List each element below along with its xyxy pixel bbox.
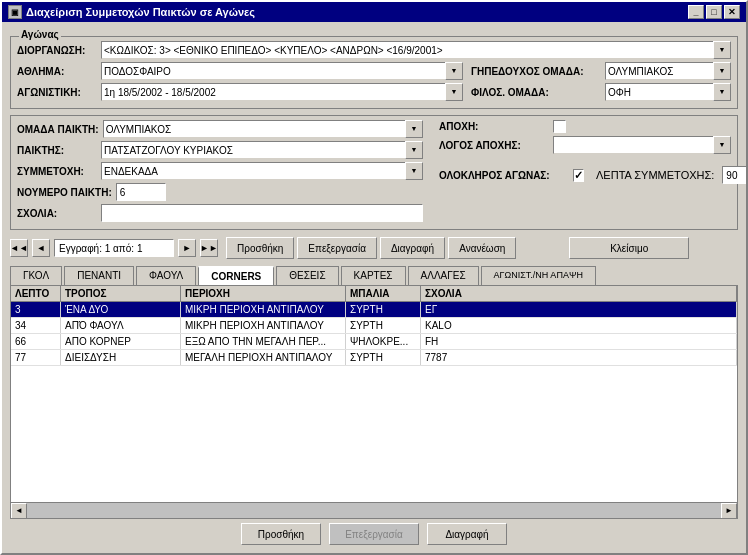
th-perioxi: ΠΕΡΙΟΧΗ	[181, 286, 346, 301]
nav-section: ◄◄ ◄ Εγγραφή: 1 από: 1 ► ►► Προσθήκη Επε…	[10, 234, 516, 262]
omada-paiktis-select[interactable]: ΟΛΥΜΠΙΑΚΟΣ	[103, 120, 423, 138]
last-record-button[interactable]: ►►	[200, 239, 218, 257]
td-sxolia: 7787	[421, 350, 737, 365]
td-mpalia: ΣΥΡΤΗ	[346, 350, 421, 365]
tab-corners[interactable]: CORNERS	[198, 266, 274, 285]
table-header: ΛΕΠΤΟ ΤΡΟΠΟΣ ΠΕΡΙΟΧΗ ΜΠΑΛΙΑ ΣΧΟΛΙΑ	[11, 286, 737, 302]
noumero-input[interactable]	[116, 183, 166, 201]
bottom-delete-button[interactable]: Διαγραφή	[427, 523, 507, 545]
omada-paiktis-select-input[interactable]: ΟΛΥΜΠΙΑΚΟΣ	[103, 120, 423, 138]
title-buttons: _ □ ✕	[688, 5, 740, 19]
td-tropos: ΈΝΑ ΔΥΟ	[61, 302, 181, 317]
logos-apoxis-label: ΛΟΓΟΣ ΑΠΟΧΗΣ:	[439, 140, 549, 151]
table-row[interactable]: 77 ΔΙΕΙΣΔΥΣΗ ΜΕΓΑΛΗ ΠΕΡΙΟΧΗ ΑΝΤΙΠΑΛΟΥ ΣΥ…	[11, 350, 737, 366]
table-row[interactable]: 34 ΑΠΌ ΦΑΟΥΛ ΜΙΚΡΗ ΠΕΡΙΟΧΗ ΑΝΤΙΠΑΛΟΥ ΣΥΡ…	[11, 318, 737, 334]
paikths-select-input[interactable]: ΠΑΤΣΑΤΖΟΓΛΟΥ ΚΥΡΙΑΚΟΣ	[101, 141, 423, 159]
td-sxolia: ΕΓ	[421, 302, 737, 317]
tab-faoul[interactable]: ΦΑΟΥΛ	[136, 266, 196, 285]
window-title: Διαχείριση Συμμετοχών Παικτών σε Αγώνες	[26, 6, 255, 18]
horizontal-scrollbar[interactable]: ◄ ►	[11, 502, 737, 518]
logos-apoxis-select-input[interactable]	[553, 136, 731, 154]
window-icon: ▣	[8, 5, 22, 19]
close-main-button[interactable]: Κλείσιμο	[569, 237, 689, 259]
scroll-left-button[interactable]: ◄	[11, 503, 27, 519]
first-record-button[interactable]: ◄◄	[10, 239, 28, 257]
tab-agonistiki[interactable]: ΑΓΩΝΙΣΤ./ΝΗ ΑΠΑΨΗ	[481, 266, 596, 285]
agonistiki-label: ΑΓΩΝΙΣΤΙΚΗ:	[17, 87, 97, 98]
add-record-button[interactable]: Προσθήκη	[226, 237, 294, 259]
tab-gkol[interactable]: ΓΚΟΛ	[10, 266, 62, 285]
minimize-button[interactable]: _	[688, 5, 704, 19]
apoxi-label: ΑΠΟΧΗ:	[439, 121, 549, 132]
filos-select-input[interactable]: ΟΦΗ	[605, 83, 731, 101]
td-tropos: ΑΠΌ ΦΑΟΥΛ	[61, 318, 181, 333]
paikths-select[interactable]: ΠΑΤΣΑΤΖΟΓΛΟΥ ΚΥΡΙΑΚΟΣ	[101, 141, 423, 159]
bottom-add-button[interactable]: Προσθήκη	[241, 523, 321, 545]
td-tropos: ΔΙΕΙΣΔΥΣΗ	[61, 350, 181, 365]
filos-row: ΦΙΛΟΣ. ΟΜΑΔΑ: ΟΦΗ	[471, 83, 731, 101]
gipedouchos-select-input[interactable]: ΟΛΥΜΠΙΑΚΟΣ	[605, 62, 731, 80]
td-perioxi: ΕΞΩ ΑΠΟ ΤΗΝ ΜΕΓΑΛΗ ΠΕΡ...	[181, 334, 346, 349]
diorganosi-select-input[interactable]: <ΚΩΔΙΚΟΣ: 3> <ΕΘΝΙΚΟ ΕΠΙΠΕΔΟ> <ΚΥΠΕΛΟ> <…	[101, 41, 731, 59]
nav-actions-row: ◄◄ ◄ Εγγραφή: 1 από: 1 ► ►► Προσθήκη Επε…	[10, 234, 738, 262]
td-lepto: 66	[11, 334, 61, 349]
title-bar-left: ▣ Διαχείριση Συμμετοχών Παικτών σε Αγώνε…	[8, 5, 255, 19]
agonistiki-select[interactable]: 1η 18/5/2002 - 18/5/2002	[101, 83, 463, 101]
tab-kartes[interactable]: ΚΑΡΤΕΣ	[341, 266, 406, 285]
symmetoxi-select[interactable]: ΕΝΔΕΚΑΔΑ	[101, 162, 423, 180]
agonistiki-select-input[interactable]: 1η 18/5/2002 - 18/5/2002	[101, 83, 463, 101]
agones-group: Αγώνας ΔΙΟΡΓΑΝΩΣΗ: <ΚΩΔΙΚΟΣ: 3> <ΕΘΝΙΚΟ …	[10, 36, 738, 109]
noumero-row: ΝΟΥΜΕΡΟ ΠΑΙΚΤΗ:	[17, 183, 423, 201]
athlima-label: ΑΘΛΗΜΑ:	[17, 66, 97, 77]
diorganosi-select[interactable]: <ΚΩΔΙΚΟΣ: 3> <ΕΘΝΙΚΟ ΕΠΙΠΕΔΟ> <ΚΥΠΕΛΟ> <…	[101, 41, 731, 59]
diorganosi-label: ΔΙΟΡΓΑΝΩΣΗ:	[17, 45, 97, 56]
apoxi-row: ΑΠΟΧΗ:	[439, 120, 731, 133]
agonistiki-row: ΑΓΩΝΙΣΤΙΚΗ: 1η 18/5/2002 - 18/5/2002	[17, 83, 463, 101]
td-perioxi: ΜΕΓΑΛΗ ΠΕΡΙΟΧΗ ΑΝΤΙΠΑΛΟΥ	[181, 350, 346, 365]
close-button[interactable]: ✕	[724, 5, 740, 19]
symmetoxi-select-input[interactable]: ΕΝΔΕΚΑΔΑ	[101, 162, 423, 180]
paikths-two-col: ΟΜΑΔΑ ΠΑΙΚΤΗ: ΟΛΥΜΠΙΑΚΟΣ ΠΑΙΚΤΗΣ: ΠΑΤΣΑΤ…	[17, 120, 731, 225]
content-area: Αγώνας ΔΙΟΡΓΑΝΩΣΗ: <ΚΩΔΙΚΟΣ: 3> <ΕΘΝΙΚΟ …	[2, 22, 746, 553]
tab-theseis[interactable]: ΘΕΣΕΙΣ	[276, 266, 338, 285]
tabs-row: ΓΚΟΛ ΠΕΝΑΝΤΙ ΦΑΟΥΛ CORNERS ΘΕΣΕΙΣ ΚΑΡΤΕΣ…	[10, 266, 738, 285]
omada-paiktis-row: ΟΜΑΔΑ ΠΑΙΚΤΗ: ΟΛΥΜΠΙΑΚΟΣ	[17, 120, 423, 138]
oloklipos-label: ΟΛΟΚΛΗΡΟΣ ΑΓΩΝΑΣ:	[439, 170, 569, 181]
col-right: ΓΗΠΕΔΟΥΧΟΣ ΟΜΑΔΑ: ΟΛΥΜΠΙΑΚΟΣ ΦΙΛΟΣ. ΟΜΑΔ…	[471, 62, 731, 104]
bottom-edit-button[interactable]: Επεξεργασία	[329, 523, 419, 545]
filos-label: ΦΙΛΟΣ. ΟΜΑΔΑ:	[471, 87, 601, 98]
scroll-track[interactable]	[27, 503, 721, 518]
tab-section: ΓΚΟΛ ΠΕΝΑΝΤΙ ΦΑΟΥΛ CORNERS ΘΕΣΕΙΣ ΚΑΡΤΕΣ…	[10, 266, 738, 547]
symmetoxi-label: ΣΥΜΜΕΤΟΧΗ:	[17, 166, 97, 177]
tab-content: ΛΕΠΤΟ ΤΡΟΠΟΣ ΠΕΡΙΟΧΗ ΜΠΑΛΙΑ ΣΧΟΛΙΑ 3 ΈΝΑ…	[10, 285, 738, 519]
athlima-row: ΑΘΛΗΜΑ: ΠΟΔΟΣΦΑΙΡΟ	[17, 62, 463, 80]
scroll-right-button[interactable]: ►	[721, 503, 737, 519]
bottom-buttons-row: Προσθήκη Επεξεργασία Διαγραφή	[10, 519, 738, 547]
gipedouchos-select[interactable]: ΟΛΥΜΠΙΑΚΟΣ	[605, 62, 731, 80]
gipedouchos-row: ΓΗΠΕΔΟΥΧΟΣ ΟΜΑΔΑ: ΟΛΥΜΠΙΑΚΟΣ	[471, 62, 731, 80]
table-row[interactable]: 66 ΑΠΟ ΚΟΡΝΕΡ ΕΞΩ ΑΠΟ ΤΗΝ ΜΕΓΑΛΗ ΠΕΡ... …	[11, 334, 737, 350]
maximize-button[interactable]: □	[706, 5, 722, 19]
sxolia-row: ΣΧΟΛΙΑ:	[17, 204, 423, 222]
td-lepto: 77	[11, 350, 61, 365]
lepta-label: ΛΕΠΤΑ ΣΥΜΜΕΤΟΧΗΣ:	[596, 169, 714, 181]
lepta-input[interactable]	[722, 166, 746, 184]
refresh-record-button[interactable]: Ανανέωση	[448, 237, 516, 259]
edit-record-button[interactable]: Επεξεργασία	[297, 237, 377, 259]
apoxi-checkbox[interactable]	[553, 120, 566, 133]
filos-select[interactable]: ΟΦΗ	[605, 83, 731, 101]
td-tropos: ΑΠΟ ΚΟΡΝΕΡ	[61, 334, 181, 349]
delete-record-button[interactable]: Διαγραφή	[380, 237, 445, 259]
tab-allayes[interactable]: ΑΛΛΑΓΕΣ	[408, 266, 479, 285]
td-sxolia: KALO	[421, 318, 737, 333]
table-row[interactable]: 3 ΈΝΑ ΔΥΟ ΜΙΚΡΗ ΠΕΡΙΟΧΗ ΑΝΤΙΠΑΛΟΥ ΣΥΡΤΗ …	[11, 302, 737, 318]
athlima-select[interactable]: ΠΟΔΟΣΦΑΙΡΟ	[101, 62, 463, 80]
next-record-button[interactable]: ►	[178, 239, 196, 257]
athlima-select-input[interactable]: ΠΟΔΟΣΦΑΙΡΟ	[101, 62, 463, 80]
tab-penalty[interactable]: ΠΕΝΑΝΤΙ	[64, 266, 134, 285]
sxolia-input[interactable]	[101, 204, 423, 222]
prev-record-button[interactable]: ◄	[32, 239, 50, 257]
main-window: ▣ Διαχείριση Συμμετοχών Παικτών σε Αγώνε…	[0, 0, 748, 555]
logos-apoxis-select[interactable]	[553, 136, 731, 154]
oloklipos-checkbox[interactable]: ✓	[573, 169, 584, 182]
